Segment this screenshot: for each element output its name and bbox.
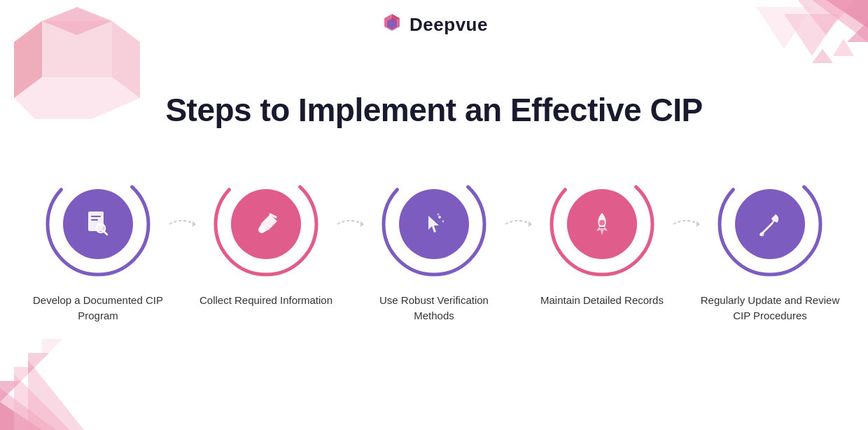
deco-bottom-left-icon: [0, 339, 112, 430]
svg-marker-16: [28, 360, 84, 430]
step-1-inner: [63, 189, 133, 259]
step-5: Regularly Update and Review CIP Procedur…: [700, 168, 840, 324]
svg-marker-11: [833, 39, 854, 56]
document-search-icon: [83, 209, 113, 240]
step-2-circle: [210, 168, 322, 280]
step-3-label: Use Robust Verification Methods: [364, 293, 504, 324]
svg-point-36: [438, 216, 441, 219]
svg-rect-27: [91, 219, 98, 221]
step-5-label: Regularly Update and Review CIP Procedur…: [700, 293, 840, 324]
svg-marker-19: [28, 353, 49, 374]
step-1-wrapper: Develop a Documented CIP Program: [28, 168, 196, 324]
logo-icon: [380, 13, 404, 36]
wrench-icon: [755, 209, 785, 240]
step-1-circle: [42, 168, 154, 280]
step-4: Maintain Detailed Records: [532, 168, 672, 308]
svg-line-29: [104, 231, 107, 235]
logo-text: Deepvue: [410, 14, 488, 36]
svg-point-37: [442, 221, 444, 223]
cursor-icon: [419, 209, 449, 240]
step-5-wrapper: Regularly Update and Review CIP Procedur…: [700, 168, 840, 324]
svg-marker-13: [0, 388, 56, 430]
steps-container: Develop a Documented CIP Program: [0, 168, 868, 324]
step-3-circle: [378, 168, 490, 280]
svg-marker-17: [0, 381, 21, 402]
step-2-inner: [231, 189, 301, 259]
svg-marker-14: [0, 402, 42, 430]
svg-marker-15: [14, 374, 70, 430]
step-4-label: Maintain Detailed Records: [540, 293, 664, 308]
step-2-label: Collect Required Information: [200, 293, 332, 308]
svg-rect-26: [91, 216, 101, 217]
step-1-label: Develop a Documented CIP Program: [28, 293, 168, 324]
step-3-wrapper: Use Robust Verification Methods: [364, 168, 532, 324]
svg-point-44: [760, 233, 764, 237]
svg-marker-18: [14, 367, 35, 388]
step-4-inner: [567, 189, 637, 259]
svg-marker-12: [812, 49, 833, 63]
step-5-inner: [735, 189, 805, 259]
svg-marker-20: [42, 339, 63, 360]
step-5-circle: [714, 168, 826, 280]
header: Deepvue: [0, 13, 868, 36]
page-wrapper: Deepvue Steps to Implement an Effective …: [0, 0, 868, 430]
rocket-icon: [587, 209, 617, 240]
step-4-wrapper: Maintain Detailed Records: [532, 168, 700, 308]
step-2: Collect Required Information: [196, 168, 336, 308]
step-3: Use Robust Verification Methods: [364, 168, 504, 324]
page-title: Steps to Implement an Effective CIP: [0, 91, 868, 129]
step-1: Develop a Documented CIP Program: [28, 168, 168, 324]
step-3-inner: [399, 189, 469, 259]
brush-icon: [251, 209, 281, 240]
svg-point-38: [438, 214, 440, 216]
step-2-wrapper: Collect Required Information: [196, 168, 364, 308]
step-4-circle: [546, 168, 658, 280]
svg-point-41: [599, 220, 605, 226]
svg-point-32: [258, 226, 265, 233]
